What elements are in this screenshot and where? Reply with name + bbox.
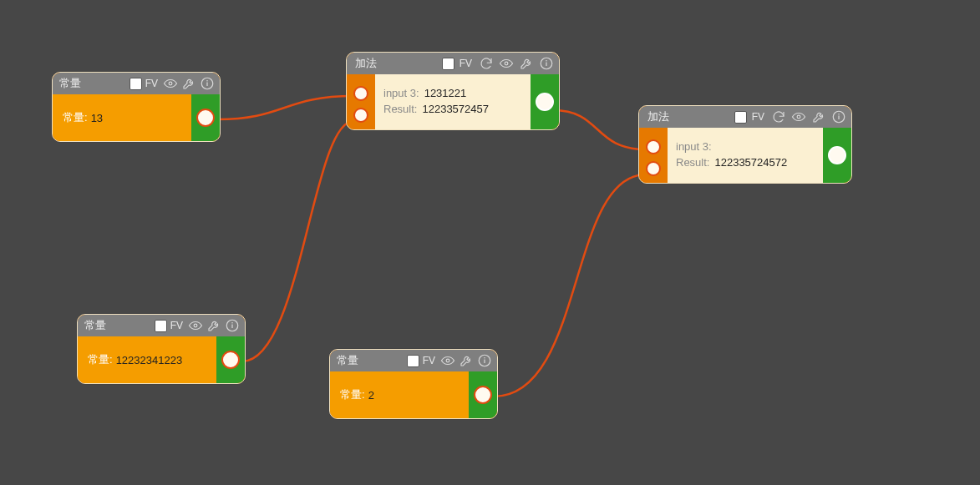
wrench-icon[interactable] [519, 56, 534, 71]
const-label: 常量: [340, 387, 365, 402]
info-icon[interactable] [477, 353, 492, 368]
info-icon[interactable] [225, 318, 240, 333]
fv-label: FV [170, 320, 183, 331]
wrench-icon[interactable] [181, 76, 196, 91]
svg-point-0 [169, 82, 172, 85]
fv-checkbox[interactable] [155, 320, 167, 332]
fv-checkbox[interactable] [407, 355, 419, 367]
connection-wire[interactable] [242, 121, 353, 361]
refresh-icon[interactable] [479, 56, 494, 71]
input-port-2[interactable] [646, 161, 661, 176]
node-constant-3[interactable]: 常量 FV 常量: 2 [329, 349, 498, 419]
eye-icon[interactable] [188, 318, 203, 333]
output-port[interactable] [474, 386, 492, 404]
const-label: 常量: [63, 110, 88, 125]
info-icon[interactable] [200, 76, 215, 91]
output-port[interactable] [828, 146, 846, 164]
svg-point-16 [797, 115, 800, 119]
info-icon[interactable] [539, 56, 554, 71]
node-header[interactable]: 常量 FV [53, 73, 220, 94]
svg-point-15 [546, 60, 547, 62]
node-constant-2[interactable]: 常量 FV 常量: 12232341223 [77, 314, 246, 384]
node-header[interactable]: 常量 FV [78, 315, 245, 336]
result-value: 122335724572 [714, 156, 787, 169]
output-strip [823, 128, 851, 183]
fv-label: FV [460, 58, 472, 69]
svg-point-12 [505, 62, 508, 65]
fv-checkbox[interactable] [442, 58, 454, 70]
output-strip [216, 336, 245, 383]
fv-label: FV [752, 111, 764, 123]
fv-label: FV [145, 78, 158, 89]
node-title: 加法 [355, 56, 377, 71]
svg-point-11 [484, 357, 485, 359]
input-strip [639, 128, 668, 183]
fv-label: FV [423, 355, 435, 366]
eye-icon[interactable] [163, 76, 178, 91]
node-addition-2[interactable]: 加法 FV input 3: [638, 105, 852, 184]
svg-point-4 [194, 324, 197, 327]
svg-point-8 [446, 359, 449, 362]
input3-value: 1231221 [424, 87, 467, 99]
const-label: 常量: [88, 352, 113, 367]
node-title: 加法 [647, 109, 669, 124]
node-header[interactable]: 常量 FV [330, 350, 497, 371]
connection-wire[interactable] [553, 110, 646, 149]
input-port-1[interactable] [353, 86, 368, 101]
eye-icon[interactable] [791, 109, 806, 124]
eye-icon[interactable] [499, 56, 514, 71]
info-icon[interactable] [831, 109, 846, 124]
connection-wire[interactable] [494, 174, 646, 397]
wrench-icon[interactable] [459, 353, 474, 368]
node-body: input 3: 1231221 Result: 12233572457 [375, 74, 531, 129]
node-title: 常量 [337, 353, 358, 368]
svg-point-7 [231, 322, 233, 324]
node-addition-1[interactable]: 加法 FV input 3: 12 [346, 52, 560, 130]
fv-checkbox[interactable] [734, 111, 747, 124]
input-port-2[interactable] [353, 108, 368, 123]
output-port[interactable] [536, 93, 554, 111]
eye-icon[interactable] [440, 353, 455, 368]
output-strip [531, 74, 559, 129]
node-body: input 3: Result: 122335724572 [668, 128, 823, 183]
result-value: 12233572457 [422, 103, 489, 115]
node-header[interactable]: 加法 FV [639, 106, 851, 128]
wrench-icon[interactable] [811, 109, 826, 124]
const-value: 12232341223 [116, 354, 183, 366]
const-value: 13 [91, 112, 103, 124]
result-label: Result: [676, 156, 709, 169]
output-port[interactable] [221, 351, 240, 369]
output-port[interactable] [196, 109, 215, 127]
output-strip [469, 371, 497, 418]
node-body: 常量: 12232341223 [78, 336, 216, 383]
refresh-icon[interactable] [771, 109, 786, 124]
node-constant-1[interactable]: 常量 FV 常量: 13 [52, 72, 221, 142]
input3-label: input 3: [676, 140, 712, 153]
node-title: 常量 [84, 318, 106, 333]
fv-checkbox[interactable] [129, 78, 142, 90]
connection-wire[interactable] [217, 96, 353, 119]
const-value: 2 [368, 389, 374, 402]
wrench-icon[interactable] [206, 318, 221, 333]
input3-label: input 3: [383, 87, 419, 99]
node-header[interactable]: 加法 FV [347, 53, 559, 74]
result-label: Result: [383, 103, 417, 115]
input-port-1[interactable] [646, 139, 661, 154]
svg-point-3 [206, 80, 208, 82]
node-body: 常量: 2 [330, 371, 469, 418]
output-strip [191, 94, 220, 141]
svg-point-19 [838, 114, 840, 115]
node-canvas[interactable]: 常量 FV 常量: 13 常量 [0, 0, 980, 485]
node-body: 常量: 13 [53, 94, 191, 141]
node-title: 常量 [59, 76, 81, 91]
input-strip [347, 74, 375, 129]
